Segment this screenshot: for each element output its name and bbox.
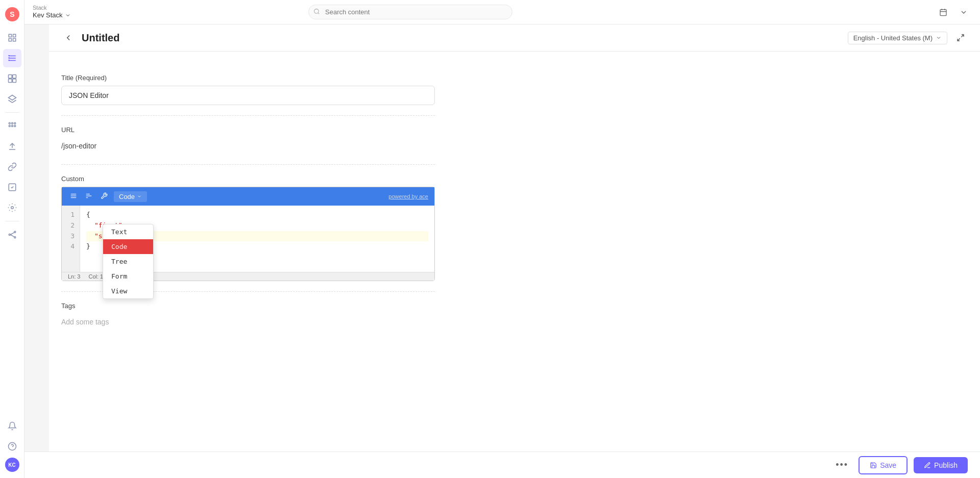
search-icon (313, 8, 320, 16)
url-value: /json-editor (61, 138, 435, 154)
tags-placeholder[interactable]: Add some tags (61, 314, 435, 330)
search-input[interactable] (308, 5, 512, 19)
svg-point-25 (9, 234, 10, 236)
code-line-1: { (86, 210, 428, 220)
json-code-area[interactable]: 1234 { "first" "second" } (62, 206, 434, 272)
json-editor: Code powered by ace 1234 { (61, 187, 435, 281)
content-panel: Untitled English - United States (M) (49, 24, 980, 478)
sidebar-notification-icon[interactable] (3, 417, 21, 435)
bottom-action-bar: ••• Save Publish (24, 451, 980, 478)
locale-selector[interactable]: English - United States (M) (848, 32, 947, 44)
svg-point-24 (11, 207, 13, 209)
sidebar-grid-icon[interactable] (3, 29, 21, 47)
svg-line-38 (961, 35, 964, 37)
more-options-icon-btn[interactable] (955, 4, 972, 20)
publish-button[interactable]: Publish (914, 457, 968, 473)
json-sort-icon[interactable] (83, 190, 94, 203)
svg-line-28 (10, 233, 14, 235)
dropdown-code-item[interactable]: Code (103, 239, 153, 254)
page-title-area: Untitled (61, 31, 119, 45)
back-button[interactable] (61, 31, 76, 45)
save-icon (870, 462, 877, 469)
search-bar (308, 5, 512, 19)
dropdown-form-item[interactable]: Form (103, 269, 153, 284)
page-title: Untitled (82, 32, 119, 44)
sidebar-help-icon[interactable] (3, 437, 21, 456)
svg-rect-12 (8, 75, 12, 79)
svg-point-32 (314, 9, 319, 13)
json-status-ln: Ln: 3 (68, 273, 80, 280)
svg-rect-13 (12, 75, 16, 79)
workspace-selector[interactable]: Kev Stack (33, 11, 94, 19)
svg-rect-14 (8, 79, 12, 83)
publish-icon (924, 462, 931, 469)
svg-rect-10 (8, 58, 9, 59)
page-header: Untitled English - United States (M) (49, 24, 980, 52)
dropdown-text-item[interactable]: Text (103, 224, 153, 239)
svg-line-29 (10, 235, 14, 237)
sidebar-task-icon[interactable] (3, 178, 21, 196)
powered-by-label: powered by ace (388, 193, 428, 199)
sidebar-divider-1 (5, 112, 19, 113)
svg-point-19 (14, 122, 15, 124)
svg-rect-34 (940, 9, 946, 15)
custom-field-label: Custom (61, 175, 435, 183)
sidebar-components-icon[interactable] (3, 69, 21, 88)
title-field-label: Title (Required) (61, 74, 435, 82)
sidebar-layers-icon[interactable] (3, 90, 21, 108)
brand-area: Stack Kev Stack (33, 5, 94, 19)
url-field-label: URL (61, 126, 435, 134)
svg-rect-3 (13, 34, 15, 37)
svg-line-39 (958, 38, 960, 41)
app-logo[interactable]: S (4, 6, 20, 22)
top-navigation: Stack Kev Stack (24, 0, 980, 24)
sidebar-upload-icon[interactable] (3, 137, 21, 156)
save-label: Save (880, 461, 896, 469)
svg-point-17 (9, 122, 10, 124)
json-editor-toolbar: Code powered by ace (62, 187, 434, 206)
dropdown-tree-item[interactable]: Tree (103, 254, 153, 269)
sidebar-divider-2 (5, 221, 19, 221)
sidebar-settings-icon[interactable] (3, 198, 21, 217)
svg-point-26 (14, 231, 15, 233)
svg-rect-2 (9, 34, 11, 37)
calendar-icon-btn[interactable] (935, 4, 951, 20)
title-section: Title (Required) (61, 64, 435, 115)
svg-point-21 (11, 125, 13, 127)
sidebar-connections-icon[interactable] (3, 225, 21, 244)
sidebar-link-icon[interactable] (3, 158, 21, 176)
svg-point-22 (14, 125, 15, 127)
tags-field-label: Tags (61, 302, 435, 310)
svg-marker-16 (8, 95, 16, 100)
svg-rect-4 (9, 39, 11, 41)
app-name: Stack (33, 5, 94, 11)
locale-label: English - United States (M) (853, 34, 933, 42)
line-numbers: 1234 (62, 206, 80, 272)
title-input[interactable] (61, 86, 435, 105)
svg-rect-15 (12, 79, 16, 83)
json-format-icon[interactable] (68, 190, 79, 203)
topnav-right (935, 4, 972, 20)
code-mode-dropdown[interactable]: Text Code Tree Form View (103, 224, 154, 299)
svg-point-27 (14, 237, 15, 238)
user-avatar[interactable]: KC (5, 458, 19, 472)
sidebar-widgets-icon[interactable] (3, 117, 21, 135)
form-content: Title (Required) URL /json-editor Custom (49, 52, 447, 391)
code-mode-button[interactable]: Code (114, 191, 147, 202)
dropdown-view-item[interactable]: View (103, 284, 153, 298)
sidebar-bottom: KC (3, 417, 21, 472)
json-repair-icon[interactable] (99, 190, 110, 203)
svg-rect-11 (8, 60, 9, 61)
svg-line-33 (318, 13, 319, 14)
svg-point-20 (9, 125, 10, 127)
save-button[interactable]: Save (859, 456, 908, 474)
fullscreen-button[interactable] (953, 31, 968, 45)
main-wrapper: Untitled English - United States (M) (49, 24, 980, 478)
custom-section: Custom (61, 164, 435, 291)
url-section: URL /json-editor (61, 115, 435, 164)
chevron-down-icon (65, 12, 71, 18)
svg-rect-9 (8, 55, 9, 56)
left-sidebar: S (0, 0, 24, 478)
sidebar-list-icon[interactable] (3, 49, 21, 67)
more-actions-button[interactable]: ••• (831, 458, 852, 472)
